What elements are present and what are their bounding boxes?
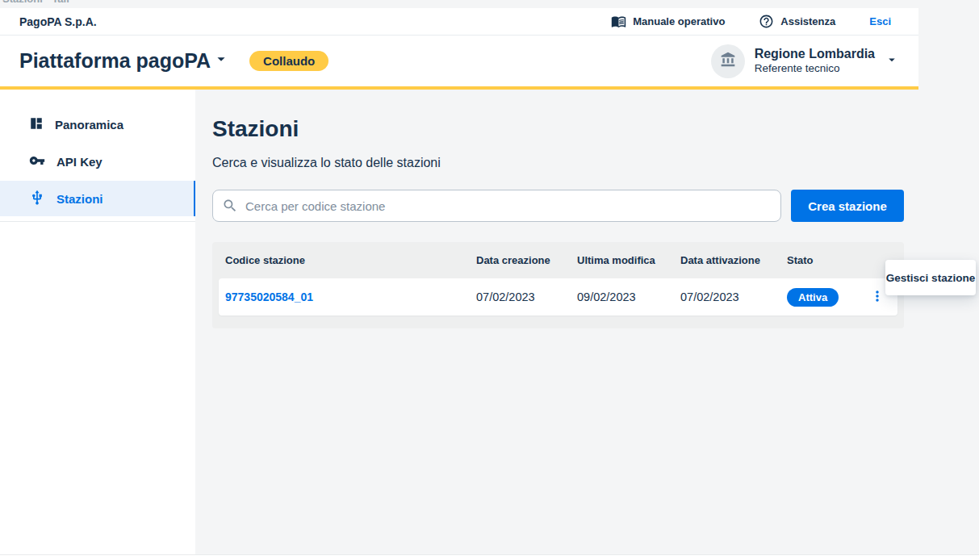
product-title: Piattaforma pagoPA <box>19 49 211 73</box>
book-icon <box>611 14 626 29</box>
top-bar: PagoPA S.p.A. Manuale operativo Assisten… <box>0 8 918 36</box>
last-modified-date: 09/02/2023 <box>577 290 680 303</box>
exit-button[interactable]: Esci <box>869 15 891 27</box>
caret-down-icon <box>212 49 230 73</box>
dashboard-icon <box>29 116 44 133</box>
avatar <box>711 44 745 78</box>
key-icon <box>29 153 45 171</box>
sidebar: Panoramica API Key Stazioni <box>0 90 195 554</box>
status-badge: Attiva <box>787 288 839 307</box>
column-header: Data attivazione <box>680 254 787 266</box>
sidebar-divider <box>0 221 195 222</box>
search-row: Crea stazione <box>212 190 904 222</box>
sidebar-item-panoramica[interactable]: Panoramica <box>0 107 195 142</box>
company-name: PagoPA S.p.A. <box>19 15 97 28</box>
org-name: Regione Lombardia <box>755 46 875 62</box>
assistance-label: Assistenza <box>780 15 835 27</box>
clipped-background-text: Stazioni - Tail <box>2 0 69 7</box>
context-menu: Gestisci stazione <box>885 260 976 295</box>
column-header: Stato <box>787 254 868 266</box>
sidebar-item-stazioni[interactable]: Stazioni <box>0 181 195 216</box>
stations-table: Codice stazione Data creazione Ultima mo… <box>212 242 904 328</box>
manual-label: Manuale operativo <box>633 15 725 27</box>
search-input[interactable] <box>212 190 781 222</box>
sidebar-item-api-key[interactable]: API Key <box>0 144 195 179</box>
manual-link[interactable]: Manuale operativo <box>611 14 725 29</box>
station-code-link[interactable]: 97735020584_01 <box>225 290 476 303</box>
column-header: Data creazione <box>476 254 577 266</box>
product-header: Piattaforma pagoPA Collaudo Regione Lomb… <box>0 36 918 90</box>
menu-item-gestisci-stazione[interactable]: Gestisci stazione <box>886 272 975 284</box>
caret-down-icon <box>885 52 899 70</box>
column-header: Ultima modifica <box>577 254 680 266</box>
help-icon <box>759 14 774 29</box>
footer-strip <box>0 554 979 560</box>
usb-icon <box>29 190 45 208</box>
create-station-button[interactable]: Crea stazione <box>791 190 904 222</box>
page-title: Stazioni <box>212 116 979 142</box>
table-header-row: Codice stazione Data creazione Ultima mo… <box>219 242 897 278</box>
table-row: 97735020584_01 07/02/2023 09/02/2023 07/… <box>219 278 897 316</box>
org-role: Referente tecnico <box>755 62 875 76</box>
sidebar-item-label: Panoramica <box>55 118 123 132</box>
assistance-link[interactable]: Assistenza <box>759 14 835 29</box>
org-switcher[interactable]: Regione Lombardia Referente tecnico <box>711 44 899 78</box>
environment-badge: Collaudo <box>249 51 328 71</box>
main-content: Stazioni Cerca e visualizza lo stato del… <box>195 90 979 554</box>
search-icon <box>222 198 238 217</box>
product-title-dropdown[interactable]: Piattaforma pagoPA <box>19 49 230 73</box>
page-subtitle: Cerca e visualizza lo stato delle stazio… <box>212 156 979 170</box>
column-header: Codice stazione <box>225 254 476 266</box>
bank-icon <box>720 52 736 71</box>
creation-date: 07/02/2023 <box>476 290 577 303</box>
row-actions-button[interactable] <box>868 287 887 307</box>
kebab-vertical-icon <box>869 288 885 307</box>
sidebar-item-label: API Key <box>56 155 103 169</box>
sidebar-item-label: Stazioni <box>56 192 103 206</box>
activation-date: 07/02/2023 <box>680 290 787 303</box>
